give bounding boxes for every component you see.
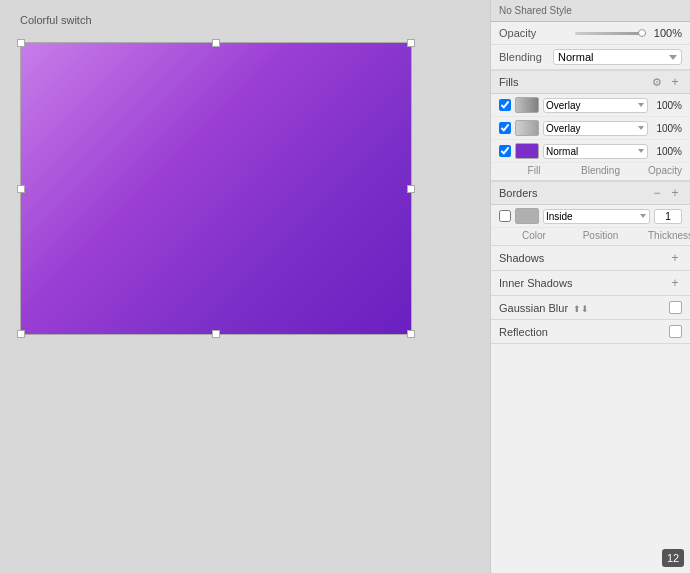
layer-label: Colorful switch <box>20 14 92 26</box>
opacity-row: Opacity 100% <box>491 22 690 45</box>
fill-3-mode-select[interactable]: Normal Overlay Multiply <box>543 144 648 159</box>
position-col-label: Position <box>553 230 648 241</box>
canvas-frame[interactable] <box>20 42 412 335</box>
page-badge: 12 <box>662 549 684 567</box>
fill-2-checkbox[interactable] <box>499 122 511 134</box>
fills-section-header: Fills <box>491 70 690 94</box>
fill-1-swatch[interactable] <box>515 97 539 113</box>
fill-2-opacity: 100% <box>652 123 682 134</box>
borders-delete-icon[interactable] <box>650 186 664 200</box>
reflection-section[interactable]: Reflection <box>491 320 690 344</box>
handle-middle-left[interactable] <box>17 185 25 193</box>
blending-label: Blending <box>499 51 549 63</box>
fill-row-2: Overlay Normal Multiply 100% <box>491 117 690 140</box>
handle-bottom-right[interactable] <box>407 330 415 338</box>
gaussian-blur-stepper-icon: ⬆⬇ <box>573 304 589 314</box>
fills-icons <box>650 75 682 89</box>
blending-select[interactable]: Normal Multiply Screen Overlay <box>553 49 682 65</box>
panel-top-bar: No Shared Style <box>491 0 690 22</box>
fill-col-label: Fill <box>515 165 553 176</box>
borders-section-header: Borders <box>491 181 690 205</box>
fill-row-1: Overlay Normal Multiply 100% <box>491 94 690 117</box>
fill-1-opacity: 100% <box>652 100 682 111</box>
handle-middle-right[interactable] <box>407 185 415 193</box>
handle-top-middle[interactable] <box>212 39 220 47</box>
fill-3-checkbox[interactable] <box>499 145 511 157</box>
reflection-checkbox[interactable] <box>669 325 682 338</box>
no-shared-style-label: No Shared Style <box>499 5 572 16</box>
fills-title: Fills <box>499 76 650 88</box>
border-thickness-input[interactable] <box>654 209 682 224</box>
fill-1-mode-select[interactable]: Overlay Normal Multiply <box>543 98 648 113</box>
properties-panel: No Shared Style Opacity 100% Blending No… <box>490 0 690 573</box>
border-checkbox[interactable] <box>499 210 511 222</box>
border-position-select[interactable]: Inside Outside Center <box>543 209 650 224</box>
canvas-area: Colorful switch <box>0 0 490 573</box>
thickness-col-label: Thickness <box>648 230 682 241</box>
fill-2-swatch[interactable] <box>515 120 539 136</box>
opacity-slider[interactable] <box>575 32 647 35</box>
opacity-slider-thumb[interactable] <box>638 29 646 37</box>
opacity-col-label: Opacity <box>648 165 682 176</box>
gaussian-blur-section[interactable]: Gaussian Blur ⬆⬇ <box>491 296 690 320</box>
opacity-label: Opacity <box>499 27 571 39</box>
gaussian-blur-checkbox[interactable] <box>669 301 682 314</box>
reflection-label: Reflection <box>499 326 669 338</box>
fill-3-swatch[interactable] <box>515 143 539 159</box>
border-row: Inside Outside Center <box>491 205 690 228</box>
inner-shadows-section[interactable]: Inner Shadows <box>491 271 690 296</box>
color-col-label: Color <box>515 230 553 241</box>
opacity-value: 100% <box>650 27 682 39</box>
border-labels-row: Color Position Thickness <box>491 228 690 246</box>
borders-title: Borders <box>499 187 650 199</box>
handle-bottom-middle[interactable] <box>212 330 220 338</box>
handle-top-right[interactable] <box>407 39 415 47</box>
border-color-swatch[interactable] <box>515 208 539 224</box>
handle-top-left[interactable] <box>17 39 25 47</box>
borders-add-icon[interactable] <box>668 186 682 200</box>
fills-add-icon[interactable] <box>668 75 682 89</box>
fill-labels-row: Fill Blending Opacity <box>491 163 690 181</box>
fill-2-mode-select[interactable]: Overlay Normal Multiply <box>543 121 648 136</box>
shadows-label: Shadows <box>499 252 668 264</box>
inner-shadows-add-icon[interactable] <box>668 276 682 290</box>
borders-icons <box>650 186 682 200</box>
fills-gear-icon[interactable] <box>650 75 664 89</box>
fill-row-3: Normal Overlay Multiply 100% <box>491 140 690 163</box>
panel-empty-area: 12 <box>491 344 690 573</box>
inner-shadows-label: Inner Shadows <box>499 277 668 289</box>
gaussian-blur-label: Gaussian Blur ⬆⬇ <box>499 302 669 314</box>
shadows-section[interactable]: Shadows <box>491 246 690 271</box>
fill-3-opacity: 100% <box>652 146 682 157</box>
shadows-add-icon[interactable] <box>668 251 682 265</box>
handle-bottom-left[interactable] <box>17 330 25 338</box>
blending-col-label: Blending <box>557 165 644 176</box>
fill-1-checkbox[interactable] <box>499 99 511 111</box>
blending-row: Blending Normal Multiply Screen Overlay <box>491 45 690 70</box>
